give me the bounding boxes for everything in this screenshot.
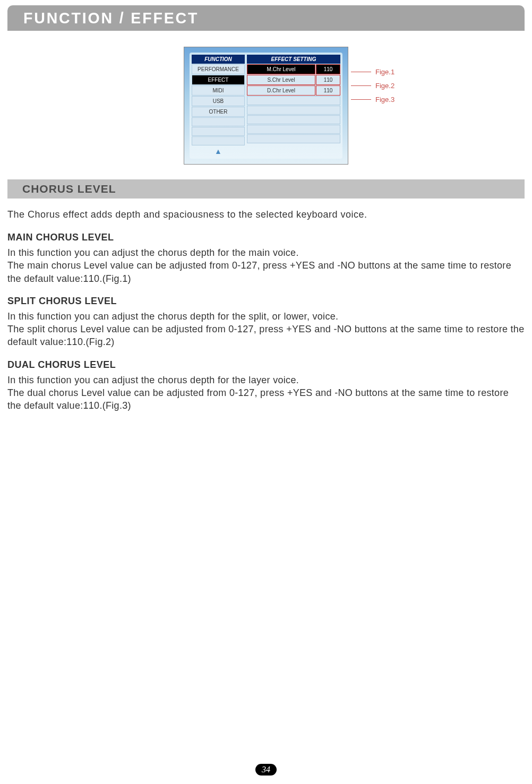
setting-value: 110	[316, 85, 340, 96]
callout-labels: Fige.1 Fige.2 Fige.3	[351, 65, 394, 183]
up-arrow-icon: ▲	[192, 146, 245, 156]
dual-chorus-title: DUAL CHORUS LEVEL	[7, 359, 525, 371]
page-header: FUNCTION / EFFECT	[7, 5, 525, 31]
menu-item-other: OTHER	[192, 107, 245, 117]
empty-row	[247, 134, 340, 143]
callout-label: Fige.2	[375, 82, 394, 90]
callout-fig2: Fige.2	[351, 79, 394, 92]
main-chorus-body: In this function you can adjust the chor…	[7, 246, 525, 285]
empty-row	[247, 106, 340, 115]
intro-paragraph: The Chorus effect adds depth and spaciou…	[7, 209, 525, 220]
page-number: 34	[255, 764, 277, 776]
callout-fig3: Fige.3	[351, 92, 394, 106]
menu-item-usb: USB	[192, 96, 245, 106]
page-title: FUNCTION / EFFECT	[23, 9, 199, 27]
menu-item-midi: MIDI	[192, 85, 245, 96]
callout-line	[351, 99, 371, 100]
main-chorus-title: MAIN CHORUS LEVEL	[7, 232, 525, 243]
page-number-container: 34	[0, 764, 532, 776]
callout-label: Fige.3	[375, 96, 394, 104]
section-title: CHORUS LEVEL	[22, 183, 116, 195]
empty-row	[192, 117, 245, 126]
lcd-screenshot: FUNCTION PERFORMANCE EFFECT MIDI USB OTH…	[184, 47, 348, 165]
callout-label: Fige.1	[375, 68, 394, 76]
setting-row-dchr: D.Chr Level 110	[247, 85, 340, 96]
empty-row	[247, 115, 340, 124]
setting-label: D.Chr Level	[247, 85, 315, 96]
empty-row	[247, 96, 340, 105]
setting-label: M.Chr Level	[247, 64, 315, 74]
section-header: CHORUS LEVEL	[7, 179, 525, 199]
callout-line	[351, 85, 371, 86]
setting-value: 110	[316, 64, 340, 74]
empty-row	[192, 127, 245, 136]
content-body: The Chorus effect adds depth and spaciou…	[0, 199, 532, 412]
split-chorus-title: SPLIT CHORUS LEVEL	[7, 296, 525, 307]
setting-label: S.Chr Level	[247, 75, 315, 85]
empty-row	[192, 136, 245, 145]
split-chorus-body: In this function you can adjust the chor…	[7, 310, 525, 349]
menu-item-performance: PERFORMANCE	[192, 64, 245, 74]
setting-column: EFFECT SETTING M.Chr Level 110 S.Chr Lev…	[247, 55, 340, 157]
callout-line	[351, 72, 371, 72]
callout-fig1: Fige.1	[351, 65, 394, 79]
menu-item-effect: EFFECT	[192, 75, 245, 85]
function-header: FUNCTION	[192, 55, 245, 64]
function-menu-column: FUNCTION PERFORMANCE EFFECT MIDI USB OTH…	[192, 55, 245, 157]
empty-row	[247, 125, 340, 134]
setting-value: 110	[316, 75, 340, 85]
setting-row-mchr: M.Chr Level 110	[247, 64, 340, 74]
dual-chorus-body: In this function you can adjust the chor…	[7, 374, 525, 412]
lcd-inner: FUNCTION PERFORMANCE EFFECT MIDI USB OTH…	[190, 53, 342, 159]
effect-setting-header: EFFECT SETTING	[247, 55, 340, 64]
setting-row-schr: S.Chr Level 110	[247, 75, 340, 85]
screenshot-container: FUNCTION PERFORMANCE EFFECT MIDI USB OTH…	[0, 47, 532, 165]
